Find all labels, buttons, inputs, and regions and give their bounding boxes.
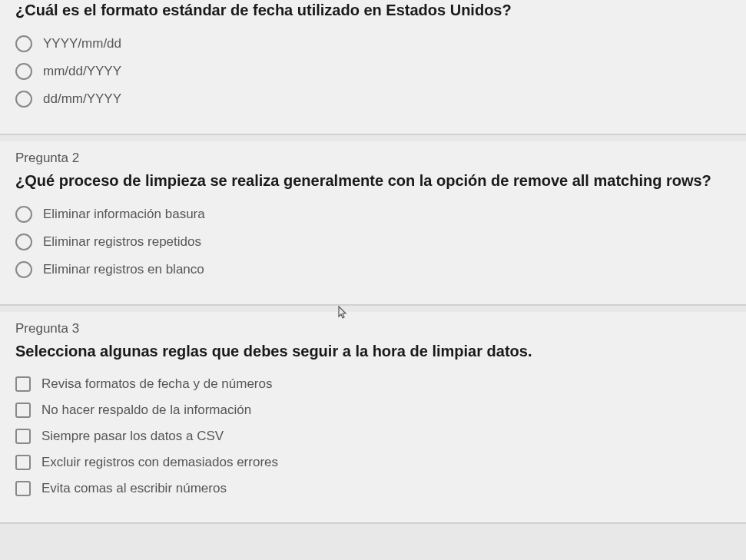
question-3-text: Selecciona algunas reglas que debes segu… xyxy=(15,341,731,361)
option-label: Eliminar información basura xyxy=(43,207,205,222)
question-1-option-1[interactable]: mm/dd/YYYY xyxy=(15,63,731,80)
question-2-option-2[interactable]: Eliminar registros en blanco xyxy=(15,261,731,278)
question-3-option-3[interactable]: Excluir registros con demasiados errores xyxy=(15,455,731,470)
question-1-text: ¿Cuál es el formato estándar de fecha ut… xyxy=(15,0,731,20)
option-label: No hacer respaldo de la información xyxy=(41,403,251,418)
question-block-3: Pregunta 3 Selecciona algunas reglas que… xyxy=(0,312,746,524)
question-block-2: Pregunta 2 ¿Qué proceso de limpieza se r… xyxy=(0,141,746,306)
radio-icon xyxy=(15,234,32,250)
question-2-option-0[interactable]: Eliminar información basura xyxy=(15,206,731,223)
option-label: Eliminar registros repetidos xyxy=(43,234,201,250)
question-block-1: ¿Cuál es el formato estándar de fecha ut… xyxy=(0,0,746,135)
checkbox-icon xyxy=(15,455,31,470)
option-label: Evita comas al escribir números xyxy=(41,481,227,496)
question-2-option-1[interactable]: Eliminar registros repetidos xyxy=(15,234,731,250)
radio-icon xyxy=(15,206,32,223)
radio-icon xyxy=(15,91,32,108)
option-label: Eliminar registros en blanco xyxy=(43,262,204,277)
option-label: dd/mm/YYYY xyxy=(43,91,121,107)
option-label: Siempre pasar los datos a CSV xyxy=(41,429,224,444)
option-label: mm/dd/YYYY xyxy=(43,64,121,79)
question-3-label: Pregunta 3 xyxy=(15,321,731,336)
checkbox-icon xyxy=(15,481,31,496)
checkbox-icon xyxy=(15,403,31,418)
question-1-option-2[interactable]: dd/mm/YYYY xyxy=(15,91,731,108)
question-2-label: Pregunta 2 xyxy=(15,151,731,166)
question-1-option-0[interactable]: YYYY/mm/dd xyxy=(15,35,731,52)
radio-icon xyxy=(15,35,32,52)
checkbox-icon xyxy=(15,376,31,392)
question-3-option-0[interactable]: Revisa formatos de fecha y de números xyxy=(15,376,731,392)
checkbox-icon xyxy=(15,429,31,444)
radio-icon xyxy=(15,261,32,278)
question-3-option-1[interactable]: No hacer respaldo de la información xyxy=(15,403,731,418)
option-label: Revisa formatos de fecha y de números xyxy=(41,376,272,392)
option-label: YYYY/mm/dd xyxy=(43,36,121,51)
question-3-option-4[interactable]: Evita comas al escribir números xyxy=(15,481,731,496)
question-3-option-2[interactable]: Siempre pasar los datos a CSV xyxy=(15,429,731,444)
question-2-text: ¿Qué proceso de limpieza se realiza gene… xyxy=(15,171,731,191)
radio-icon xyxy=(15,63,32,80)
option-label: Excluir registros con demasiados errores xyxy=(41,455,278,470)
